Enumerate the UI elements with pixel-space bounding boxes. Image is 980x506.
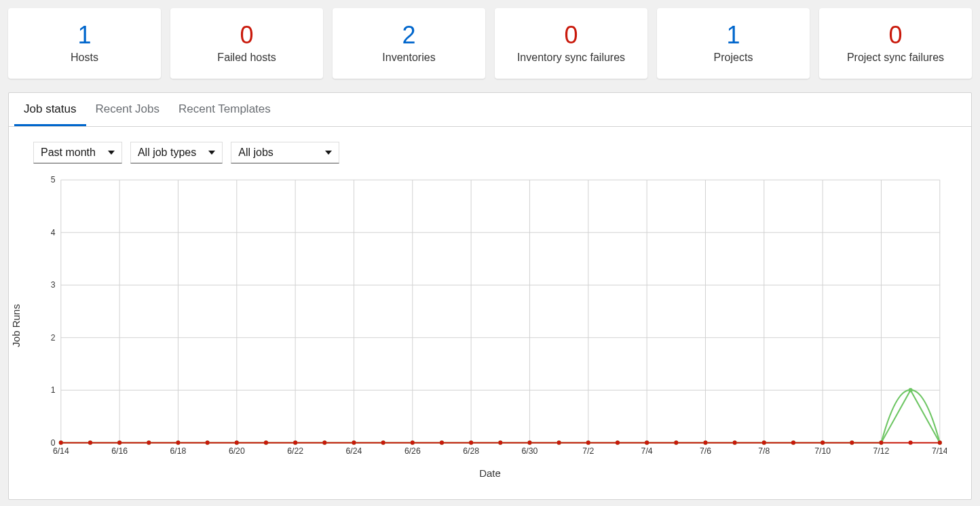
job-filter-select-value: All jobs	[238, 147, 274, 158]
job-type-select-value: All job types	[138, 147, 196, 158]
stat-card-hosts[interactable]: 1 Hosts	[8, 8, 161, 79]
svg-text:6/24: 6/24	[346, 446, 362, 456]
svg-point-100	[791, 440, 795, 444]
filter-controls: Past month All job types All jobs	[9, 127, 971, 170]
svg-text:6/18: 6/18	[170, 446, 187, 456]
svg-text:7/14: 7/14	[932, 446, 947, 456]
stat-value: 0	[502, 22, 641, 49]
svg-point-97	[703, 440, 707, 444]
svg-text:7/10: 7/10	[814, 446, 831, 456]
stat-value: 1	[664, 22, 803, 49]
svg-text:4: 4	[51, 227, 56, 237]
stat-label: Hosts	[15, 52, 154, 64]
svg-point-104	[909, 440, 913, 444]
y-axis-label: Job Runs	[10, 305, 22, 347]
period-select[interactable]: Past month	[33, 142, 122, 163]
job-filter-select[interactable]: All jobs	[231, 142, 339, 163]
svg-text:2: 2	[51, 332, 56, 342]
stat-label: Failed hosts	[177, 52, 316, 64]
svg-point-75	[59, 440, 63, 444]
tab-recent-jobs[interactable]: Recent Jobs	[86, 93, 170, 126]
tab-recent-templates[interactable]: Recent Templates	[169, 93, 280, 126]
svg-point-102	[850, 440, 854, 444]
svg-point-83	[293, 440, 297, 444]
svg-text:6/16: 6/16	[111, 446, 128, 456]
svg-text:7/4: 7/4	[641, 446, 653, 456]
svg-text:6/28: 6/28	[463, 446, 479, 456]
stat-value: 0	[826, 22, 965, 49]
svg-point-94	[616, 440, 620, 444]
x-axis-label: Date	[33, 467, 947, 479]
stat-value: 2	[339, 22, 478, 49]
svg-point-103	[879, 440, 883, 444]
svg-text:1: 1	[51, 385, 56, 395]
stat-label: Projects	[664, 52, 803, 64]
svg-point-82	[264, 440, 268, 444]
svg-point-92	[557, 440, 561, 444]
tabs: Job status Recent Jobs Recent Templates	[9, 93, 971, 127]
svg-point-93	[586, 440, 590, 444]
svg-point-96	[674, 440, 678, 444]
period-select-value: Past month	[41, 147, 96, 158]
svg-text:7/8: 7/8	[758, 446, 770, 456]
svg-text:6/14: 6/14	[53, 446, 69, 456]
stat-card-project-sync-failures[interactable]: 0 Project sync failures	[819, 8, 972, 79]
svg-point-88	[440, 440, 444, 444]
svg-point-99	[762, 440, 766, 444]
svg-text:7/12: 7/12	[873, 446, 890, 456]
svg-point-77	[117, 440, 121, 444]
svg-text:6/30: 6/30	[522, 446, 538, 456]
stat-label: Inventories	[339, 52, 478, 64]
svg-point-76	[88, 440, 92, 444]
svg-point-86	[381, 440, 385, 444]
svg-point-73	[909, 388, 913, 392]
svg-text:6/26: 6/26	[404, 446, 421, 456]
svg-point-81	[235, 440, 239, 444]
caret-down-icon	[108, 151, 115, 155]
svg-text:6/20: 6/20	[229, 446, 245, 456]
stat-value: 1	[15, 22, 154, 49]
svg-text:3: 3	[51, 280, 56, 290]
svg-point-98	[733, 440, 737, 444]
stat-card-inventory-sync-failures[interactable]: 0 Inventory sync failures	[495, 8, 647, 79]
svg-text:5: 5	[51, 175, 56, 184]
svg-point-80	[206, 440, 210, 444]
svg-text:7/2: 7/2	[582, 446, 594, 456]
svg-point-105	[938, 440, 942, 444]
stat-card-projects[interactable]: 1 Projects	[657, 8, 810, 79]
stat-value: 0	[177, 22, 316, 49]
job-type-select[interactable]: All job types	[130, 142, 223, 163]
tab-job-status[interactable]: Job status	[14, 93, 86, 126]
svg-point-87	[411, 440, 415, 444]
caret-down-icon	[325, 151, 332, 155]
stat-cards: 1 Hosts 0 Failed hosts 2 Inventories 0 I…	[8, 8, 972, 79]
svg-text:6/22: 6/22	[287, 446, 303, 456]
stat-card-failed-hosts[interactable]: 0 Failed hosts	[170, 8, 323, 79]
job-status-chart: Job Runs 0123456/146/166/186/206/226/246…	[9, 170, 971, 499]
svg-point-90	[498, 440, 502, 444]
svg-point-91	[527, 440, 531, 444]
caret-down-icon	[208, 151, 215, 155]
stat-label: Project sync failures	[826, 52, 965, 64]
stat-label: Inventory sync failures	[502, 52, 641, 64]
svg-point-101	[821, 440, 825, 444]
svg-point-89	[469, 440, 473, 444]
svg-point-95	[645, 440, 649, 444]
svg-point-78	[147, 440, 151, 444]
svg-text:7/6: 7/6	[700, 446, 711, 456]
svg-point-79	[176, 440, 180, 444]
chart-svg: 0123456/146/166/186/206/226/246/266/286/…	[33, 173, 947, 463]
svg-point-85	[352, 440, 356, 444]
svg-point-84	[322, 440, 326, 444]
job-panel: Job status Recent Jobs Recent Templates …	[8, 92, 972, 500]
stat-card-inventories[interactable]: 2 Inventories	[333, 8, 485, 79]
